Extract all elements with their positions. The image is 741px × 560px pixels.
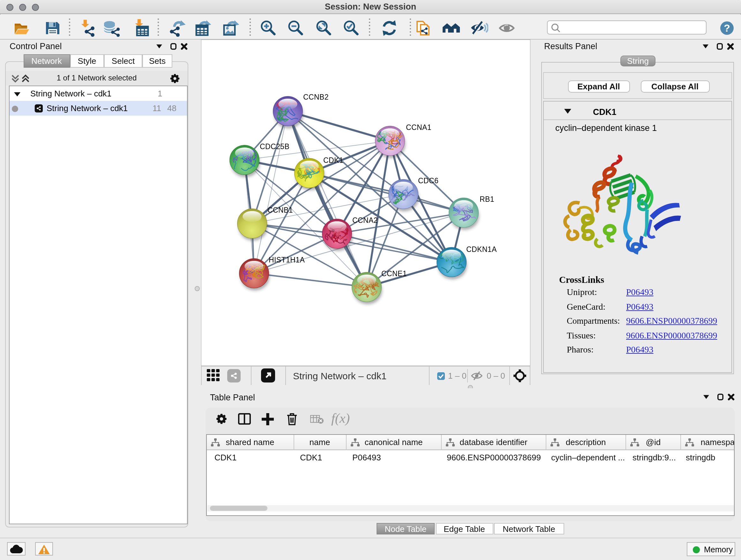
- svg-text:CCNB2: CCNB2: [303, 93, 328, 101]
- svg-text:CCNB1: CCNB1: [267, 206, 293, 214]
- svg-text:CDK1: CDK1: [323, 156, 343, 165]
- svg-text:?: ?: [724, 22, 730, 34]
- svg-text:CCNA1: CCNA1: [406, 123, 431, 132]
- svg-text:CDC6: CDC6: [418, 177, 438, 185]
- svg-text:CCNE1: CCNE1: [381, 269, 407, 278]
- svg-text:CDC25B: CDC25B: [259, 142, 289, 151]
- svg-text:RB1: RB1: [479, 195, 494, 203]
- svg-text:CDKN1A: CDKN1A: [466, 245, 496, 253]
- svg-text:HIST1H1A: HIST1H1A: [268, 256, 305, 264]
- svg-text:CCNA2: CCNA2: [352, 216, 378, 225]
